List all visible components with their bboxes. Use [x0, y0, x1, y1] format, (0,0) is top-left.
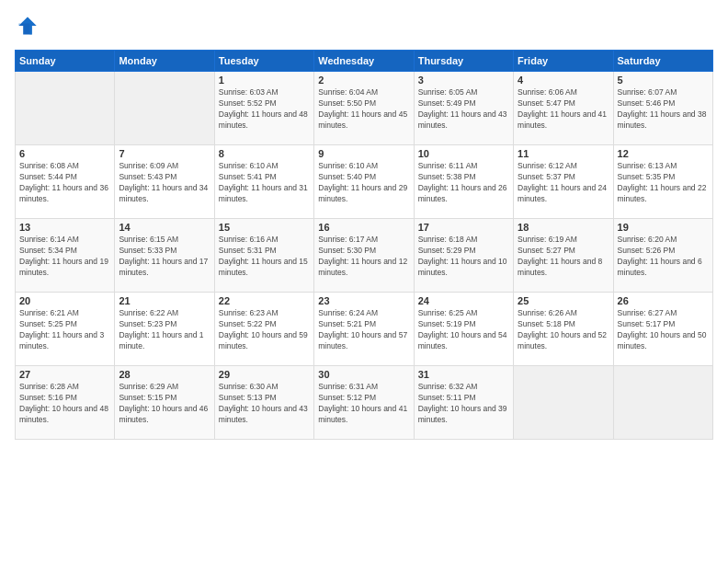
calendar-cell: 5Sunrise: 6:07 AMSunset: 5:46 PMDaylight…	[613, 72, 712, 145]
day-number: 28	[119, 369, 210, 380]
calendar-cell: 14Sunrise: 6:15 AMSunset: 5:33 PMDayligh…	[115, 219, 214, 293]
calendar-page: SundayMondayTuesdayWednesdayThursdayFrid…	[0, 0, 728, 563]
calendar-cell: 2Sunrise: 6:04 AMSunset: 5:50 PMDaylight…	[314, 72, 414, 145]
day-info: Sunrise: 6:30 AMSunset: 5:13 PMDaylight:…	[219, 382, 308, 424]
week-row-4: 20Sunrise: 6:21 AMSunset: 5:25 PMDayligh…	[16, 293, 713, 366]
day-info: Sunrise: 6:25 AMSunset: 5:19 PMDaylight:…	[418, 308, 507, 350]
calendar-cell: 30Sunrise: 6:31 AMSunset: 5:12 PMDayligh…	[314, 366, 414, 440]
calendar-cell: 26Sunrise: 6:27 AMSunset: 5:17 PMDayligh…	[613, 293, 712, 366]
day-number: 6	[19, 148, 110, 159]
day-number: 25	[518, 295, 609, 306]
day-info: Sunrise: 6:07 AMSunset: 5:46 PMDaylight:…	[618, 87, 707, 130]
day-info: Sunrise: 6:13 AMSunset: 5:35 PMDaylight:…	[618, 161, 707, 203]
calendar-cell: 31Sunrise: 6:32 AMSunset: 5:11 PMDayligh…	[414, 366, 513, 440]
day-number: 24	[418, 295, 509, 306]
weekday-header-monday: Monday	[115, 51, 214, 72]
calendar-cell: 3Sunrise: 6:05 AMSunset: 5:49 PMDaylight…	[414, 72, 513, 145]
weekday-header-thursday: Thursday	[414, 51, 513, 72]
weekday-header-saturday: Saturday	[613, 51, 712, 72]
weekday-header-tuesday: Tuesday	[214, 51, 313, 72]
calendar-cell: 23Sunrise: 6:24 AMSunset: 5:21 PMDayligh…	[314, 293, 414, 366]
day-number: 29	[219, 369, 310, 380]
day-info: Sunrise: 6:12 AMSunset: 5:37 PMDaylight:…	[518, 161, 607, 203]
day-info: Sunrise: 6:05 AMSunset: 5:49 PMDaylight:…	[418, 87, 507, 130]
calendar-cell: 24Sunrise: 6:25 AMSunset: 5:19 PMDayligh…	[414, 293, 513, 366]
day-number: 22	[219, 295, 310, 306]
day-number: 16	[318, 222, 409, 233]
calendar-cell: 1Sunrise: 6:03 AMSunset: 5:52 PMDaylight…	[214, 72, 313, 145]
calendar-cell: 21Sunrise: 6:22 AMSunset: 5:23 PMDayligh…	[115, 293, 214, 366]
day-info: Sunrise: 6:04 AMSunset: 5:50 PMDaylight:…	[318, 87, 407, 130]
day-info: Sunrise: 6:18 AMSunset: 5:29 PMDaylight:…	[418, 235, 507, 277]
calendar-cell: 20Sunrise: 6:21 AMSunset: 5:25 PMDayligh…	[16, 293, 115, 366]
day-info: Sunrise: 6:14 AMSunset: 5:34 PMDaylight:…	[19, 235, 108, 277]
day-info: Sunrise: 6:16 AMSunset: 5:31 PMDaylight:…	[219, 235, 308, 277]
week-row-5: 27Sunrise: 6:28 AMSunset: 5:16 PMDayligh…	[16, 366, 713, 440]
weekday-header-friday: Friday	[514, 51, 613, 72]
day-info: Sunrise: 6:15 AMSunset: 5:33 PMDaylight:…	[119, 235, 208, 277]
day-info: Sunrise: 6:24 AMSunset: 5:21 PMDaylight:…	[318, 308, 407, 350]
day-info: Sunrise: 6:26 AMSunset: 5:18 PMDaylight:…	[518, 308, 607, 350]
week-row-2: 6Sunrise: 6:08 AMSunset: 5:44 PMDaylight…	[16, 145, 713, 219]
day-number: 23	[318, 295, 409, 306]
day-number: 2	[318, 75, 409, 86]
calendar-cell: 8Sunrise: 6:10 AMSunset: 5:41 PMDaylight…	[214, 145, 313, 219]
calendar-cell: 7Sunrise: 6:09 AMSunset: 5:43 PMDaylight…	[115, 145, 214, 219]
calendar-cell	[115, 72, 214, 145]
day-number: 27	[19, 369, 110, 380]
calendar-cell: 27Sunrise: 6:28 AMSunset: 5:16 PMDayligh…	[16, 366, 115, 440]
day-info: Sunrise: 6:22 AMSunset: 5:23 PMDaylight:…	[119, 308, 203, 350]
day-number: 18	[518, 222, 609, 233]
calendar-cell	[16, 72, 115, 145]
week-row-3: 13Sunrise: 6:14 AMSunset: 5:34 PMDayligh…	[16, 219, 713, 293]
day-number: 11	[518, 148, 609, 159]
calendar-cell: 17Sunrise: 6:18 AMSunset: 5:29 PMDayligh…	[414, 219, 513, 293]
day-number: 21	[119, 295, 210, 306]
day-info: Sunrise: 6:11 AMSunset: 5:38 PMDaylight:…	[418, 161, 507, 203]
day-number: 31	[418, 369, 509, 380]
day-info: Sunrise: 6:17 AMSunset: 5:30 PMDaylight:…	[318, 235, 407, 277]
logo-icon	[17, 15, 39, 37]
calendar-cell: 18Sunrise: 6:19 AMSunset: 5:27 PMDayligh…	[514, 219, 613, 293]
calendar-cell: 15Sunrise: 6:16 AMSunset: 5:31 PMDayligh…	[214, 219, 313, 293]
calendar-cell	[514, 366, 613, 440]
day-number: 1	[219, 75, 310, 86]
day-info: Sunrise: 6:23 AMSunset: 5:22 PMDaylight:…	[219, 308, 308, 350]
day-number: 10	[418, 148, 509, 159]
day-info: Sunrise: 6:29 AMSunset: 5:15 PMDaylight:…	[119, 382, 208, 424]
day-info: Sunrise: 6:03 AMSunset: 5:52 PMDaylight:…	[219, 87, 308, 130]
calendar-cell: 28Sunrise: 6:29 AMSunset: 5:15 PMDayligh…	[115, 366, 214, 440]
day-number: 20	[19, 295, 110, 306]
calendar-cell: 19Sunrise: 6:20 AMSunset: 5:26 PMDayligh…	[613, 219, 712, 293]
calendar-cell	[613, 366, 712, 440]
day-number: 12	[618, 148, 709, 159]
calendar-cell: 16Sunrise: 6:17 AMSunset: 5:30 PMDayligh…	[314, 219, 414, 293]
day-info: Sunrise: 6:27 AMSunset: 5:17 PMDaylight:…	[618, 308, 707, 350]
weekday-header-wednesday: Wednesday	[314, 51, 414, 72]
day-info: Sunrise: 6:06 AMSunset: 5:47 PMDaylight:…	[518, 87, 607, 130]
day-info: Sunrise: 6:21 AMSunset: 5:25 PMDaylight:…	[19, 308, 104, 350]
calendar-cell: 6Sunrise: 6:08 AMSunset: 5:44 PMDaylight…	[16, 145, 115, 219]
calendar-cell: 12Sunrise: 6:13 AMSunset: 5:35 PMDayligh…	[613, 145, 712, 219]
calendar-cell: 25Sunrise: 6:26 AMSunset: 5:18 PMDayligh…	[514, 293, 613, 366]
day-number: 9	[318, 148, 409, 159]
day-number: 14	[119, 222, 210, 233]
day-info: Sunrise: 6:20 AMSunset: 5:26 PMDaylight:…	[618, 235, 702, 277]
day-info: Sunrise: 6:10 AMSunset: 5:41 PMDaylight:…	[219, 161, 308, 203]
calendar-cell: 29Sunrise: 6:30 AMSunset: 5:13 PMDayligh…	[214, 366, 313, 440]
day-info: Sunrise: 6:32 AMSunset: 5:11 PMDaylight:…	[418, 382, 507, 424]
weekday-header-row: SundayMondayTuesdayWednesdayThursdayFrid…	[16, 51, 713, 72]
day-info: Sunrise: 6:10 AMSunset: 5:40 PMDaylight:…	[318, 161, 407, 203]
day-number: 19	[618, 222, 709, 233]
day-info: Sunrise: 6:09 AMSunset: 5:43 PMDaylight:…	[119, 161, 208, 203]
calendar-cell: 4Sunrise: 6:06 AMSunset: 5:47 PMDaylight…	[514, 72, 613, 145]
weekday-header-sunday: Sunday	[16, 51, 115, 72]
calendar-cell: 10Sunrise: 6:11 AMSunset: 5:38 PMDayligh…	[414, 145, 513, 219]
calendar-cell: 13Sunrise: 6:14 AMSunset: 5:34 PMDayligh…	[16, 219, 115, 293]
calendar-table: SundayMondayTuesdayWednesdayThursdayFrid…	[15, 50, 713, 440]
day-number: 17	[418, 222, 509, 233]
day-info: Sunrise: 6:28 AMSunset: 5:16 PMDaylight:…	[19, 382, 108, 424]
day-number: 7	[119, 148, 210, 159]
calendar-cell: 11Sunrise: 6:12 AMSunset: 5:37 PMDayligh…	[514, 145, 613, 219]
day-number: 26	[618, 295, 709, 306]
